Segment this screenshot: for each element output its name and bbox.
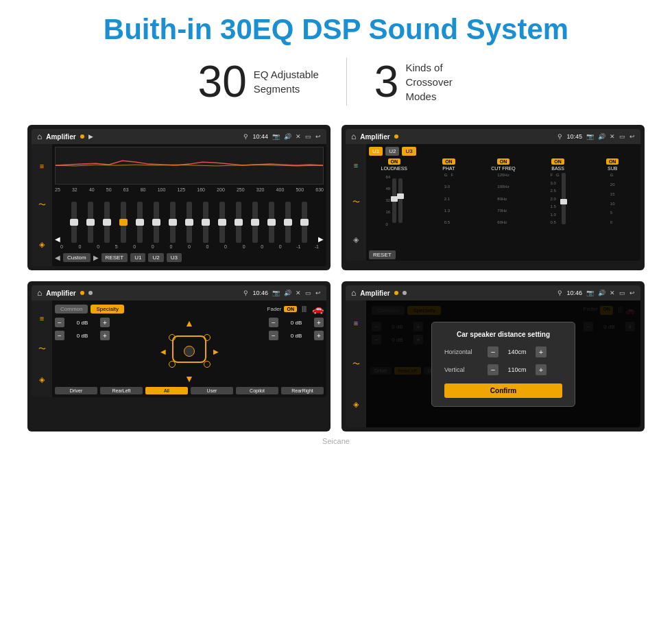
- close-icon2[interactable]: ✕: [610, 133, 615, 140]
- wave-icon[interactable]: 〜: [38, 200, 46, 210]
- dialog-title: Car speaker distance setting: [444, 331, 562, 338]
- user-btn[interactable]: User: [191, 387, 233, 394]
- u1-btn[interactable]: U1: [130, 253, 145, 262]
- wave-icon2[interactable]: 〜: [352, 197, 360, 207]
- fader-right: − 0 dB + − 0 dB +: [269, 318, 324, 384]
- sidebar-eq4[interactable]: ≡: [354, 319, 358, 327]
- speaker-icon2[interactable]: ◈: [353, 235, 359, 244]
- close-icon4[interactable]: ✕: [610, 290, 615, 296]
- window-icon3[interactable]: ▭: [305, 290, 311, 296]
- eq-icon2[interactable]: ≡: [354, 161, 358, 169]
- volume-icon3[interactable]: 🔊: [284, 290, 291, 296]
- home-icon4[interactable]: ⌂: [351, 288, 356, 298]
- screen1-body: ≡ 〜 ◈ 25: [32, 144, 326, 266]
- loudness-band: ON LOUDNESS 64 48 32 16 0: [369, 158, 420, 243]
- home-icon2[interactable]: ⌂: [351, 132, 356, 141]
- reset-btn[interactable]: RESET: [101, 253, 128, 262]
- sidebar-wave-icon[interactable]: 〜: [38, 344, 46, 354]
- plus-btn3[interactable]: +: [314, 318, 324, 327]
- crossover-number: 3: [374, 60, 399, 104]
- up-arrow[interactable]: ▲: [184, 318, 194, 329]
- close-icon3[interactable]: ✕: [296, 290, 301, 296]
- volume-icon[interactable]: 🔊: [284, 133, 291, 140]
- copilot-btn[interactable]: Copilot: [236, 387, 278, 394]
- plus-btn1[interactable]: +: [100, 318, 110, 327]
- speaker-icon[interactable]: ◈: [39, 240, 45, 249]
- specialty-tab[interactable]: Specialty: [91, 305, 123, 314]
- window-icon4[interactable]: ▭: [619, 290, 625, 296]
- eq-number: 30: [198, 60, 247, 104]
- minus-btn1[interactable]: −: [55, 318, 64, 327]
- next-arrow[interactable]: ▶: [318, 235, 324, 243]
- vertical-plus[interactable]: +: [536, 364, 547, 375]
- horizontal-plus[interactable]: +: [536, 346, 547, 357]
- crossover-stat: 3 Kinds of Crossover Modes: [347, 60, 502, 104]
- sidebar-wave4[interactable]: 〜: [352, 359, 360, 369]
- close-icon[interactable]: ✕: [296, 133, 301, 140]
- right-arrow[interactable]: ▶: [213, 347, 219, 355]
- window-icon[interactable]: ▭: [305, 133, 311, 140]
- all-btn[interactable]: All: [145, 387, 188, 394]
- screen2-time: 10:45: [566, 133, 582, 140]
- volume-icon4[interactable]: 🔊: [598, 290, 605, 296]
- screen1-time: 10:44: [252, 133, 268, 140]
- screen3-time: 10:46: [252, 290, 268, 296]
- back-icon[interactable]: ↩: [315, 133, 321, 140]
- play-icon[interactable]: ▶: [88, 133, 93, 140]
- u1-preset[interactable]: U1: [369, 147, 383, 156]
- cutfreq-toggle[interactable]: ON: [497, 158, 510, 165]
- camera-icon2[interactable]: 📷: [586, 133, 594, 140]
- plus-btn2[interactable]: +: [100, 331, 110, 340]
- u2-btn[interactable]: U2: [148, 253, 163, 262]
- sidebar-spk4[interactable]: ◈: [353, 400, 359, 409]
- camera-icon[interactable]: 📷: [272, 133, 280, 140]
- bass-toggle[interactable]: ON: [551, 158, 564, 165]
- loudness-toggle[interactable]: ON: [388, 158, 401, 165]
- cutfreq-name: CUT FREQ: [491, 166, 516, 171]
- back-icon2[interactable]: ↩: [629, 133, 635, 140]
- phat-toggle[interactable]: ON: [442, 158, 455, 165]
- prev-arrow[interactable]: ◀: [55, 235, 60, 243]
- down-arrow[interactable]: ▼: [184, 373, 194, 384]
- home-icon3[interactable]: ⌂: [37, 288, 42, 298]
- u3-btn[interactable]: U3: [167, 253, 182, 262]
- sub-toggle[interactable]: ON: [606, 158, 619, 165]
- sidebar-speaker-icon[interactable]: ◈: [39, 375, 45, 384]
- u2-preset[interactable]: U2: [385, 147, 399, 156]
- speaker-tl: [169, 334, 176, 341]
- confirm-button[interactable]: Confirm: [444, 383, 562, 398]
- camera-icon3[interactable]: 📷: [272, 290, 280, 296]
- minus-btn2[interactable]: −: [55, 331, 64, 340]
- custom-btn[interactable]: Custom: [63, 253, 91, 262]
- amp-reset-btn[interactable]: RESET: [369, 250, 396, 259]
- next-btn[interactable]: ▶: [93, 254, 99, 261]
- status-dot3: [80, 291, 84, 295]
- prev-btn[interactable]: ◀: [55, 254, 60, 261]
- fader-toggle[interactable]: ON: [284, 306, 297, 312]
- horizontal-minus[interactable]: −: [488, 346, 499, 357]
- loudness-name: LOUDNESS: [381, 166, 408, 171]
- eq-icon[interactable]: ≡: [40, 162, 44, 170]
- rearright-btn[interactable]: RearRight: [281, 387, 324, 394]
- rearleft-btn[interactable]: RearLeft: [100, 387, 143, 394]
- left-arrow[interactable]: ◀: [160, 347, 166, 355]
- minus-btn4[interactable]: −: [269, 331, 278, 340]
- home-icon[interactable]: ⌂: [37, 132, 42, 141]
- screen1-topbar: ⌂ Amplifier ▶ ⚲ 10:44 📷 🔊 ✕ ▭ ↩: [32, 129, 326, 144]
- amp-main: U1 U2 U3 ON LOUDNESS 64 48: [366, 144, 640, 261]
- minus-btn3[interactable]: −: [269, 318, 278, 327]
- camera-icon4[interactable]: 📷: [586, 290, 594, 296]
- plus-btn4[interactable]: +: [314, 331, 324, 340]
- back-icon4[interactable]: ↩: [629, 290, 635, 296]
- slider-col[interactable]: [71, 202, 77, 243]
- window-icon2[interactable]: ▭: [619, 133, 625, 140]
- car-diagram: ◀ ▶: [160, 329, 219, 373]
- driver-btn[interactable]: Driver: [55, 387, 97, 394]
- common-tab[interactable]: Common: [55, 305, 88, 314]
- u3-preset[interactable]: U3: [402, 147, 416, 156]
- sidebar-eq-icon[interactable]: ≡: [40, 314, 44, 322]
- volume-icon2[interactable]: 🔊: [598, 133, 605, 140]
- location-icon4: ⚲: [557, 290, 562, 296]
- vertical-minus[interactable]: −: [488, 364, 499, 375]
- back-icon3[interactable]: ↩: [315, 290, 321, 296]
